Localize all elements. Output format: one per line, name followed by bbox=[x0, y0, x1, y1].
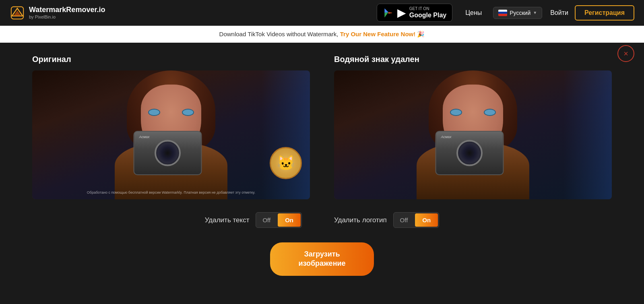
logo-subtitle: by PixelBin.io bbox=[29, 14, 105, 20]
result-right-eye bbox=[484, 109, 496, 116]
download-btn-line1: Загрузить bbox=[304, 250, 340, 258]
result-title: Водяной знак удален bbox=[334, 55, 612, 64]
result-camera-lens bbox=[456, 140, 483, 166]
banner-link[interactable]: Try Our New Feature Now! bbox=[340, 31, 416, 37]
remove-text-group: Удалить текст Off On bbox=[205, 212, 302, 228]
result-image-container: Асмах bbox=[334, 70, 612, 199]
language-name: Русский bbox=[510, 10, 530, 16]
remove-text-label: Удалить текст bbox=[205, 216, 250, 224]
remove-logo-on-btn[interactable]: On bbox=[415, 213, 438, 227]
remove-logo-label: Удалить логотип bbox=[334, 216, 387, 224]
cat-watermark: 🐱 bbox=[270, 147, 302, 179]
download-button[interactable]: Загрузить изображение bbox=[270, 242, 374, 276]
google-play-icon bbox=[383, 7, 394, 19]
original-image-container: Асмах 🐱 Обработано с помощью бесплатной … bbox=[32, 70, 310, 199]
remove-logo-toggle: Off On bbox=[393, 212, 440, 228]
original-panel: Оригинал bbox=[32, 55, 310, 199]
remove-text-on-btn[interactable]: On bbox=[278, 213, 301, 227]
login-button[interactable]: Войти bbox=[550, 9, 568, 17]
logo-text: WatermarkRemover.io by PixelBin.io bbox=[29, 6, 105, 20]
result-photo: Асмах bbox=[334, 70, 612, 199]
result-panel: Водяной знак удален bbox=[334, 55, 612, 199]
nav-prices-link[interactable]: Цены bbox=[465, 9, 482, 17]
result-window-light bbox=[564, 70, 612, 199]
download-btn-line2: изображение bbox=[298, 259, 345, 267]
result-left-eye bbox=[450, 109, 462, 116]
logo-title: WatermarkRemover.io bbox=[29, 6, 105, 14]
gp-unicode-icon: ▶ bbox=[397, 7, 406, 19]
camera-brand: Асмах bbox=[139, 135, 150, 139]
result-camera-brand: Асмах bbox=[441, 135, 452, 139]
banner-emoji: 🎉 bbox=[417, 31, 425, 37]
logo-area: WatermarkRemover.io by PixelBin.io bbox=[10, 5, 105, 21]
original-photo: Асмах 🐱 Обработано с помощью бесплатной … bbox=[32, 70, 310, 199]
camera-body: Асмах bbox=[134, 131, 202, 175]
window-light bbox=[262, 70, 310, 199]
left-eye bbox=[148, 109, 160, 116]
chevron-down-icon: ▼ bbox=[533, 10, 537, 15]
promo-banner: Download TikTok Videos without Watermark… bbox=[0, 26, 644, 43]
remove-logo-group: Удалить логотип Off On bbox=[334, 212, 439, 228]
remove-text-off-btn[interactable]: Off bbox=[256, 213, 277, 227]
russian-flag-icon bbox=[498, 10, 507, 16]
controls-row: Удалить текст Off On Удалить логотип Off… bbox=[32, 212, 612, 228]
remove-logo-off-btn[interactable]: Off bbox=[394, 213, 415, 227]
main-content: Оригинал bbox=[0, 43, 644, 292]
remove-text-toggle: Off On bbox=[256, 212, 302, 228]
register-button[interactable]: Регистрация bbox=[575, 5, 634, 21]
result-camera-body: Асмах bbox=[436, 131, 504, 175]
language-selector[interactable]: Русский ▼ bbox=[493, 7, 542, 19]
close-button[interactable]: × bbox=[617, 45, 634, 62]
images-row: Оригинал bbox=[32, 55, 612, 199]
camera-lens bbox=[155, 140, 181, 166]
download-section: Загрузить изображение bbox=[32, 242, 612, 276]
gp-get-label: GET IT ON bbox=[409, 6, 446, 11]
gp-text: GET IT ON Google Play bbox=[409, 6, 446, 19]
gp-name-label: Google Play bbox=[409, 11, 446, 19]
banner-text: Download TikTok Videos without Watermark… bbox=[219, 31, 340, 37]
google-play-button[interactable]: ▶ GET IT ON Google Play bbox=[377, 4, 452, 22]
logo-icon bbox=[10, 5, 25, 21]
header: WatermarkRemover.io by PixelBin.io bbox=[0, 0, 644, 26]
right-eye bbox=[182, 109, 194, 116]
watermark-overlay-text: Обработано с помощью бесплатной версии W… bbox=[87, 190, 255, 194]
original-title: Оригинал bbox=[32, 55, 310, 64]
